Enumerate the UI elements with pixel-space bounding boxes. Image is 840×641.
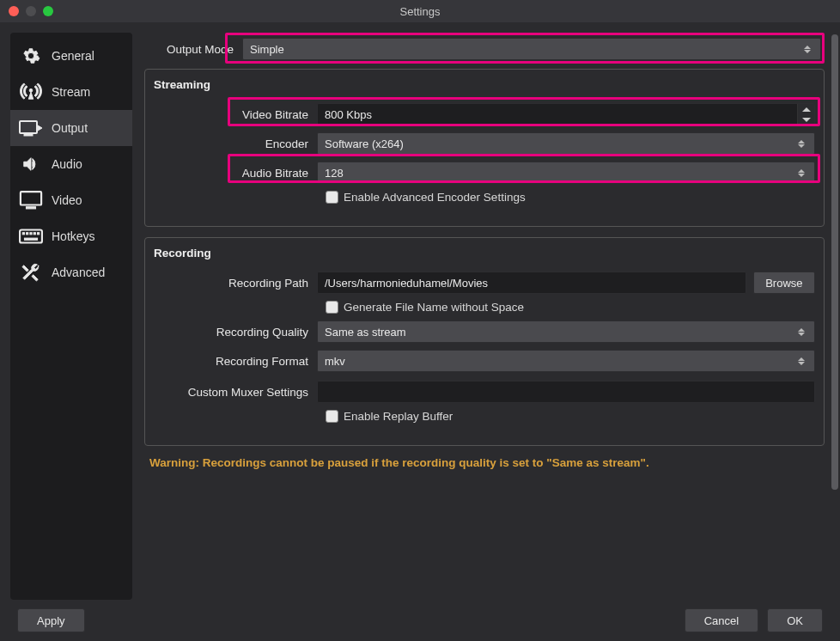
updown-icon xyxy=(795,140,807,148)
recording-path-label: Recording Path xyxy=(154,277,317,290)
encoder-value: Software (x264) xyxy=(325,137,404,150)
updown-icon xyxy=(795,169,807,177)
updown-icon xyxy=(801,46,813,53)
output-mode-label: Output Mode xyxy=(148,43,242,56)
output-icon xyxy=(19,119,43,137)
speaker-icon xyxy=(19,155,43,174)
recording-quality-label: Recording Quality xyxy=(154,326,317,339)
apply-button[interactable]: Apply xyxy=(17,608,85,632)
audio-bitrate-value: 128 xyxy=(325,167,344,180)
svg-rect-1 xyxy=(24,134,33,136)
sidebar-label: Audio xyxy=(52,157,82,171)
footer: Apply Cancel OK xyxy=(0,600,840,641)
encoder-label: Encoder xyxy=(154,137,317,150)
sidebar-label: Video xyxy=(52,193,82,207)
sidebar-label: Advanced xyxy=(52,266,105,279)
generate-filename-label: Generate File Name without Space xyxy=(344,301,524,314)
video-bitrate-value: 800 Kbps xyxy=(325,108,372,121)
tools-icon xyxy=(19,263,43,282)
sidebar-item-hotkeys[interactable]: Hotkeys xyxy=(10,218,132,254)
svg-rect-4 xyxy=(20,229,42,242)
streaming-title: Streaming xyxy=(154,78,815,91)
monitor-icon xyxy=(19,191,43,210)
svg-rect-10 xyxy=(24,238,37,240)
svg-rect-3 xyxy=(27,207,36,209)
keyboard-icon xyxy=(19,227,43,246)
sidebar-item-output[interactable]: Output xyxy=(10,110,132,146)
video-bitrate-input[interactable]: 800 Kbps xyxy=(317,103,815,125)
updown-icon xyxy=(795,328,807,336)
recording-format-label: Recording Format xyxy=(154,355,317,368)
muxer-label: Custom Muxer Settings xyxy=(154,386,317,399)
recording-title: Recording xyxy=(154,247,815,259)
replay-buffer-label: Enable Replay Buffer xyxy=(344,410,453,423)
titlebar: Settings xyxy=(0,0,840,22)
streaming-group: Streaming Video Bitrate 800 Kbps Encoder… xyxy=(144,69,825,227)
advanced-encoder-checkbox[interactable] xyxy=(326,191,338,204)
warning-text: Warning: Recordings cannot be paused if … xyxy=(144,456,825,469)
audio-bitrate-label: Audio Bitrate xyxy=(154,167,317,180)
output-mode-select[interactable]: Simple xyxy=(242,38,821,60)
muxer-input[interactable] xyxy=(317,381,815,403)
recording-path-value: /Users/harmonieduhamel/Movies xyxy=(325,277,488,290)
settings-sidebar: General Stream Output Audio Video Hotkey… xyxy=(10,33,132,600)
recording-quality-value: Same as stream xyxy=(325,326,406,339)
svg-rect-5 xyxy=(22,233,24,235)
browse-button[interactable]: Browse xyxy=(753,272,815,294)
cancel-button[interactable]: Cancel xyxy=(685,608,758,632)
sidebar-item-general[interactable]: General xyxy=(10,38,132,74)
replay-buffer-checkbox[interactable] xyxy=(326,410,338,423)
recording-group: Recording Recording Path /Users/harmonie… xyxy=(144,237,825,446)
recording-format-value: mkv xyxy=(325,355,345,368)
advanced-encoder-label: Enable Advanced Encoder Settings xyxy=(344,191,526,204)
main-content: Output Mode Simple Streaming Video Bitra… xyxy=(132,33,833,600)
video-bitrate-label: Video Bitrate xyxy=(154,108,317,121)
svg-rect-8 xyxy=(33,233,35,235)
sidebar-label: Output xyxy=(52,121,88,135)
svg-rect-7 xyxy=(30,233,32,235)
generate-filename-checkbox[interactable] xyxy=(326,301,338,314)
scrollbar-thumb[interactable] xyxy=(831,34,838,490)
sidebar-item-video[interactable]: Video xyxy=(10,182,132,218)
sidebar-label: Stream xyxy=(52,85,90,99)
svg-rect-6 xyxy=(27,233,28,235)
svg-rect-0 xyxy=(20,121,37,133)
gear-icon xyxy=(19,46,43,65)
sidebar-label: General xyxy=(52,49,94,63)
svg-rect-9 xyxy=(38,233,40,235)
encoder-select[interactable]: Software (x264) xyxy=(317,132,815,155)
antenna-icon xyxy=(19,82,43,101)
recording-path-input[interactable]: /Users/harmonieduhamel/Movies xyxy=(317,272,746,294)
window-title: Settings xyxy=(0,5,840,18)
output-mode-value: Simple xyxy=(250,43,284,56)
ok-button[interactable]: OK xyxy=(767,608,823,632)
sidebar-item-advanced[interactable]: Advanced xyxy=(10,254,132,290)
recording-quality-select[interactable]: Same as stream xyxy=(317,320,815,343)
scrollbar[interactable] xyxy=(831,34,838,601)
updown-icon xyxy=(795,357,807,365)
stepper-icon[interactable] xyxy=(797,104,814,125)
audio-bitrate-select[interactable]: 128 xyxy=(317,162,815,184)
recording-format-select[interactable]: mkv xyxy=(317,350,815,372)
sidebar-label: Hotkeys xyxy=(52,229,95,243)
sidebar-item-stream[interactable]: Stream xyxy=(10,74,132,110)
sidebar-item-audio[interactable]: Audio xyxy=(10,146,132,182)
svg-rect-2 xyxy=(21,192,41,205)
